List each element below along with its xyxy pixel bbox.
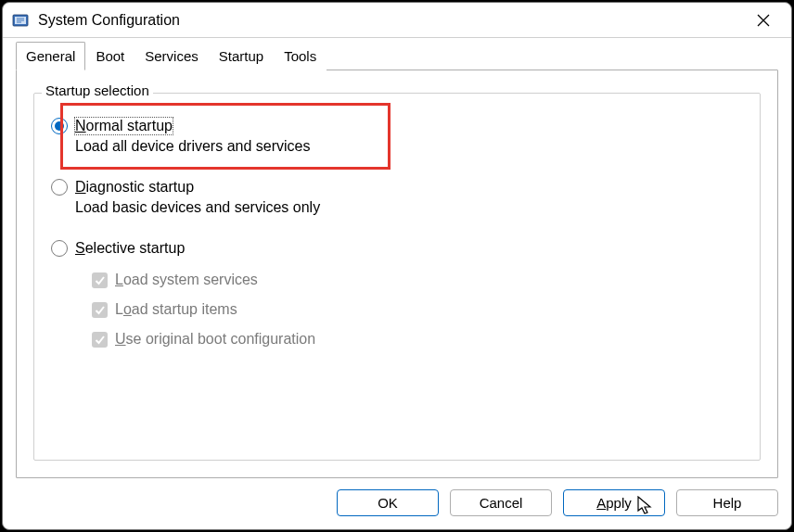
tab-general[interactable]: General xyxy=(16,42,85,70)
checkbox-label: Load startup items xyxy=(115,301,237,318)
radio-icon xyxy=(51,118,68,134)
radio-diagnostic-startup[interactable]: Diagnostic startup xyxy=(51,179,743,196)
system-configuration-window: System Configuration General Boot Servic… xyxy=(2,2,792,530)
titlebar: System Configuration xyxy=(3,3,791,38)
tab-services[interactable]: Services xyxy=(134,42,209,70)
checkbox-icon xyxy=(92,272,108,288)
check-load-startup-items: Load startup items xyxy=(92,301,743,318)
help-button[interactable]: Help xyxy=(676,489,778,516)
normal-startup-desc: Load all device drivers and services xyxy=(75,138,743,155)
dialog-button-row: OK Cancel Apply Help xyxy=(3,489,791,529)
tab-strip: General Boot Services Startup Tools xyxy=(3,38,791,70)
apply-button[interactable]: Apply xyxy=(563,489,665,516)
ok-button[interactable]: OK xyxy=(337,489,439,516)
startup-selection-group: Startup selection Normal startup Load al… xyxy=(33,93,761,461)
window-title: System Configuration xyxy=(38,12,743,29)
checkbox-label: Load system services xyxy=(115,272,258,288)
radio-icon xyxy=(51,240,68,257)
radio-label: Selective startup xyxy=(75,240,185,257)
close-button[interactable] xyxy=(743,6,784,34)
radio-icon xyxy=(51,179,68,196)
checkbox-label: Use original boot configuration xyxy=(115,331,315,348)
msconfig-icon xyxy=(12,12,29,29)
fieldset-legend: Startup selection xyxy=(42,82,153,98)
tab-content-general: Startup selection Normal startup Load al… xyxy=(16,70,778,478)
checkbox-icon xyxy=(92,332,108,348)
radio-label: Diagnostic startup xyxy=(75,179,194,196)
check-load-system-services: Load system services xyxy=(92,272,743,288)
diagnostic-startup-desc: Load basic devices and services only xyxy=(75,199,743,216)
cancel-button[interactable]: Cancel xyxy=(450,489,552,516)
check-use-original-boot-config: Use original boot configuration xyxy=(92,331,743,348)
checkbox-icon xyxy=(92,302,108,318)
highlight-annotation xyxy=(60,103,391,170)
radio-selective-startup[interactable]: Selective startup xyxy=(51,240,743,257)
radio-normal-startup[interactable]: Normal startup xyxy=(51,118,743,134)
tab-startup[interactable]: Startup xyxy=(209,42,274,70)
tab-boot[interactable]: Boot xyxy=(85,42,134,70)
radio-label: Normal startup xyxy=(75,118,173,134)
tab-tools[interactable]: Tools xyxy=(274,42,327,70)
close-icon xyxy=(757,14,770,27)
